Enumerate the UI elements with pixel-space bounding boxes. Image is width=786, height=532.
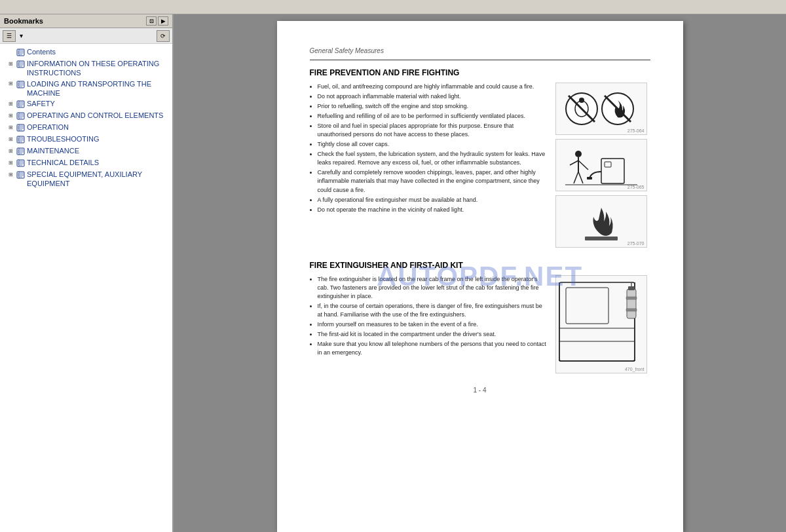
book-icon-safety — [16, 100, 25, 109]
fire-prevention-content: Fuel, oil, and antifreezing compound are… — [310, 83, 650, 248]
book-icon-special — [16, 170, 25, 180]
svg-rect-117 — [626, 309, 637, 311]
panel-title: Bookmarks — [4, 17, 43, 25]
expand-operation[interactable]: ⊞ — [5, 123, 16, 133]
bullet-3: Prior to refuelling, switch off the engi… — [318, 102, 549, 111]
svg-rect-108 — [566, 288, 608, 324]
svg-rect-116 — [626, 297, 637, 299]
tree-item-maintenance[interactable]: ⊞ MAINTENANCE — [0, 145, 172, 157]
fire-prevention-text: Fuel, oil, and antifreezing compound are… — [310, 83, 549, 248]
svg-line-104 — [574, 172, 578, 183]
svg-rect-114 — [628, 286, 635, 290]
refresh-btn[interactable]: ⟳ — [157, 30, 170, 42]
svg-rect-99 — [587, 177, 592, 180]
fire-ext-title: FIRE EXTINGUISHER AND FIRST-AID KIT — [310, 261, 650, 270]
bullet-8: Carefully and completely remove wooden c… — [318, 168, 549, 194]
book-icon-maintenance — [16, 147, 25, 156]
fire-ext-image: 470_front — [555, 275, 647, 373]
expand-info[interactable]: ⊞ — [5, 59, 16, 69]
ext-bullet-2: If, in the course of certain operations,… — [318, 302, 549, 319]
maintenance-label: MAINTENANCE — [27, 146, 82, 155]
tree-item-troubleshooting[interactable]: ⊞ TROUBLESHOOTING — [0, 134, 172, 145]
book-icon-info — [16, 60, 25, 69]
toolbar-separator: ▾ — [20, 32, 23, 39]
tree-item-loading[interactable]: ⊞ LOADING AND TRANSPORTING THE MACHINE — [0, 79, 172, 99]
ext-bullet-4: The first-aid kit is located in the comp… — [318, 330, 549, 339]
expand-loading[interactable]: ⊞ — [5, 79, 16, 90]
expand-operating[interactable]: ⊞ — [5, 111, 16, 121]
book-icon-operating — [16, 111, 25, 121]
expand-technical[interactable]: ⊞ — [5, 158, 16, 168]
bullet-7: Check the fuel system, the lubrication s… — [318, 150, 549, 167]
fire-image: 275-070 — [555, 195, 647, 248]
operating-label: OPERATING AND CONTROL ELEMENTS — [27, 111, 166, 120]
tree-item-special[interactable]: ⊞ SPECIAL EQUIPMENT, AUXILIARY EQUIPMENT — [0, 169, 172, 189]
bullet-4: Refuelling and refilling of oil are to b… — [318, 112, 549, 121]
page-number: 1 - 4 — [310, 387, 650, 394]
svg-rect-107 — [559, 282, 635, 361]
img-label-ext: 470_front — [625, 367, 645, 371]
svg-rect-106 — [585, 237, 618, 240]
svg-line-103 — [578, 161, 588, 170]
panel-toolbar: ☰ ▾ ⟳ — [0, 28, 172, 44]
panel-header-icons: ⊡ ▶ — [146, 16, 168, 26]
svg-point-100 — [575, 151, 582, 157]
tree-item-operation[interactable]: ⊞ OPERATION — [0, 122, 172, 134]
svg-point-93 — [579, 98, 584, 103]
loading-label: LOADING AND TRANSPORTING THE MACHINE — [27, 79, 172, 98]
svg-rect-113 — [627, 289, 636, 318]
svg-line-102 — [570, 161, 578, 165]
ext-bullet-3: Inform yourself on measures to be taken … — [318, 320, 549, 329]
main-layout: Bookmarks ⊡ ▶ ☰ ▾ ⟳ Contents — [0, 14, 786, 532]
top-bar — [0, 0, 786, 14]
expand-troubleshooting[interactable]: ⊞ — [5, 134, 16, 145]
fire-ext-text: The fire extinguisher is located on the … — [310, 275, 549, 373]
bullet-5: Store oil and fuel in special places app… — [318, 122, 549, 139]
tree-item-technical[interactable]: ⊞ TECHNICAL DETAILS — [0, 157, 172, 169]
ext-bullet-1: The fire extinguisher is located on the … — [318, 275, 549, 301]
no-smoking-image: 275-064 — [555, 83, 647, 135]
special-label: SPECIAL EQUIPMENT, AUXILIARY EQUIPMENT — [27, 170, 172, 189]
right-panel[interactable]: AUTOPDF.NET General Safety Measures FIRE… — [174, 14, 786, 532]
info-label: INFORMATION ON THESE OPERATING INSTRUCTI… — [27, 59, 172, 78]
expand-maintenance[interactable]: ⊞ — [5, 146, 16, 157]
tree-item-operating[interactable]: ⊞ OPERATING AND CONTROL ELEMENTS — [0, 110, 172, 122]
bullet-10: Do not operate the machine in the vicini… — [318, 206, 549, 214]
book-icon-contents — [16, 48, 25, 57]
close-icon-btn[interactable]: ▶ — [158, 16, 168, 26]
book-icon-troubleshooting — [16, 135, 25, 144]
list-view-btn[interactable]: ☰ — [3, 30, 16, 42]
ext-bullet-5: Make sure that you know all telephone nu… — [318, 340, 549, 357]
left-panel: Bookmarks ⊡ ▶ ☰ ▾ ⟳ Contents — [0, 14, 174, 532]
bullet-6: Tightly close all cover caps. — [318, 140, 549, 149]
book-icon-operation — [16, 123, 25, 132]
panel-header: Bookmarks ⊡ ▶ — [0, 14, 172, 28]
restore-icon-btn[interactable]: ⊡ — [146, 16, 157, 26]
pdf-page: AUTOPDF.NET General Safety Measures FIRE… — [277, 21, 683, 532]
tree-container[interactable]: Contents ⊞ INFORMATION ON THESE OPERATIN… — [0, 44, 172, 532]
book-icon-loading — [16, 80, 25, 89]
expand-safety[interactable]: ⊞ — [5, 99, 16, 109]
img-label-1: 275-064 — [627, 128, 645, 133]
expand-special[interactable]: ⊞ — [5, 170, 16, 180]
technical-label: TECHNICAL DETAILS — [27, 158, 102, 167]
fire-ext-image-container: 470_front — [555, 275, 650, 373]
bullet-1: Fuel, oil, and antifreezing compound are… — [318, 83, 549, 91]
contents-label: Contents — [27, 47, 58, 56]
tree-item-info[interactable]: ⊞ INFORMATION ON THESE OPERATING INSTRUC… — [0, 58, 172, 79]
section-divider — [310, 60, 650, 60]
fire-ext-content: The fire extinguisher is located on the … — [310, 275, 650, 373]
fire-prevention-list: Fuel, oil, and antifreezing compound are… — [310, 83, 549, 214]
expand-contents[interactable] — [5, 47, 16, 58]
fire-prevention-title: FIRE PREVENTION AND FIRE FIGHTING — [310, 68, 650, 77]
tree-item-contents[interactable]: Contents — [0, 47, 172, 58]
fire-ext-list: The fire extinguisher is located on the … — [310, 275, 549, 357]
operation-label: OPERATION — [27, 123, 71, 132]
troubleshooting-label: TROUBLESHOOTING — [27, 134, 102, 143]
svg-rect-98 — [605, 162, 611, 167]
tree-item-safety[interactable]: ⊞ SAFETY — [0, 98, 172, 110]
section-label: General Safety Measures — [310, 47, 650, 54]
img-label-2: 275-065 — [627, 185, 645, 189]
fueling-image: 275-065 — [555, 139, 647, 191]
bullet-2: Do not approach inflammable material wit… — [318, 92, 549, 101]
